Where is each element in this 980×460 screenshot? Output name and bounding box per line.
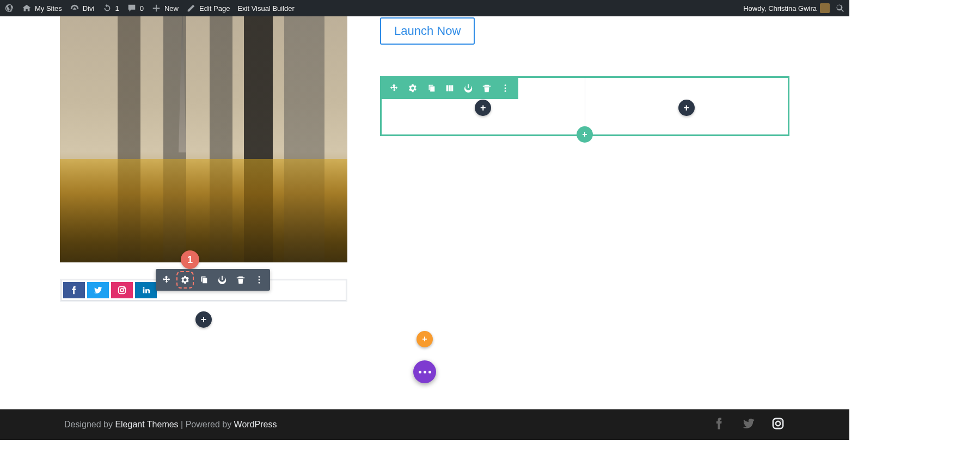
linkedin-button[interactable]: [135, 282, 157, 298]
admin-search[interactable]: [835, 3, 845, 13]
my-sites-menu[interactable]: My Sites: [22, 3, 62, 13]
builder-menu-fab[interactable]: [413, 360, 436, 383]
social-follow-module[interactable]: [60, 279, 347, 302]
updates-menu[interactable]: 1: [102, 3, 119, 13]
trash-icon: [236, 275, 246, 285]
duplicate-icon: [199, 275, 209, 285]
module-toolbar: [156, 269, 270, 291]
home-icon: [22, 3, 32, 13]
dots-icon: [254, 275, 264, 285]
new-label: New: [164, 4, 179, 13]
refresh-icon: [102, 3, 112, 13]
add-module-button[interactable]: +: [195, 311, 212, 328]
module-more-button[interactable]: [254, 274, 265, 285]
footer-twitter-link[interactable]: [742, 416, 756, 433]
plus-glyph: +: [683, 102, 689, 114]
new-content-menu[interactable]: New: [151, 3, 179, 13]
exit-vb-label: Exit Visual Builder: [237, 4, 295, 13]
search-icon: [835, 3, 845, 13]
annotation-badge-1: 1: [181, 250, 199, 269]
edit-page-link[interactable]: Edit Page: [186, 3, 230, 13]
module-move-button[interactable]: [161, 274, 172, 285]
add-row-button[interactable]: +: [577, 126, 593, 143]
page-canvas: 1 +: [0, 16, 849, 440]
footer-instagram-link[interactable]: [771, 416, 785, 433]
my-account-menu[interactable]: Howdy, Christina Gwira: [743, 3, 830, 13]
comments-menu[interactable]: 0: [127, 3, 144, 13]
exit-visual-builder-link[interactable]: Exit Visual Builder: [237, 4, 295, 13]
footer-facebook-link[interactable]: [712, 416, 726, 433]
plus-glyph: +: [480, 102, 486, 114]
howdy-text: Howdy, Christina Gwira: [743, 4, 817, 13]
wp-logo[interactable]: [4, 3, 14, 13]
site-name-menu[interactable]: Divi: [70, 3, 95, 13]
pencil-icon: [186, 3, 196, 13]
divi-row[interactable]: + + +: [380, 76, 789, 136]
gauge-icon: [70, 3, 79, 13]
comment-icon: [127, 3, 137, 13]
linkedin-icon: [141, 285, 151, 295]
updates-count: 1: [115, 4, 119, 13]
site-footer: Designed by Elegant Themes | Powered by …: [0, 409, 849, 440]
twitter-button[interactable]: [87, 282, 109, 298]
twitter-icon: [742, 416, 756, 431]
edit-page-label: Edit Page: [199, 4, 230, 13]
power-icon: [217, 275, 227, 285]
site-name-label: Divi: [83, 4, 95, 13]
avatar: [820, 3, 830, 13]
facebook-icon: [712, 416, 726, 431]
plus-icon: [151, 3, 161, 13]
add-module-col2-button[interactable]: +: [678, 100, 695, 116]
facebook-button[interactable]: [63, 282, 85, 298]
module-duplicate-button[interactable]: [198, 274, 209, 285]
plus-glyph: +: [582, 130, 587, 139]
hero-image: [60, 16, 347, 262]
instagram-button[interactable]: [111, 282, 133, 298]
annotation-badge-1-label: 1: [187, 254, 193, 266]
move-icon: [162, 275, 171, 285]
instagram-icon: [117, 285, 127, 295]
plus-glyph: +: [201, 314, 207, 326]
facebook-icon: [69, 285, 79, 295]
footer-credits: Designed by Elegant Themes | Powered by …: [64, 420, 277, 430]
plus-glyph: +: [422, 334, 427, 344]
add-module-col1-button[interactable]: +: [475, 100, 491, 116]
comments-count: 0: [140, 4, 144, 13]
row-column-2[interactable]: +: [585, 78, 788, 134]
wordpress-link[interactable]: WordPress: [234, 420, 277, 429]
row-column-1[interactable]: +: [382, 78, 585, 134]
wp-admin-bar: My Sites Divi 1 0 New Edit Page Exit Vis…: [0, 0, 849, 16]
elegant-themes-link[interactable]: Elegant Themes: [115, 420, 178, 429]
my-sites-label: My Sites: [35, 4, 62, 13]
module-delete-button[interactable]: [235, 274, 246, 285]
gear-icon: [180, 275, 190, 285]
launch-now-label: Launch Now: [394, 24, 461, 38]
module-settings-button[interactable]: [180, 274, 191, 285]
instagram-icon: [771, 416, 785, 431]
twitter-icon: [93, 285, 103, 295]
launch-now-button[interactable]: Launch Now: [380, 17, 475, 45]
add-section-button[interactable]: +: [416, 331, 433, 347]
module-power-button[interactable]: [217, 274, 228, 285]
